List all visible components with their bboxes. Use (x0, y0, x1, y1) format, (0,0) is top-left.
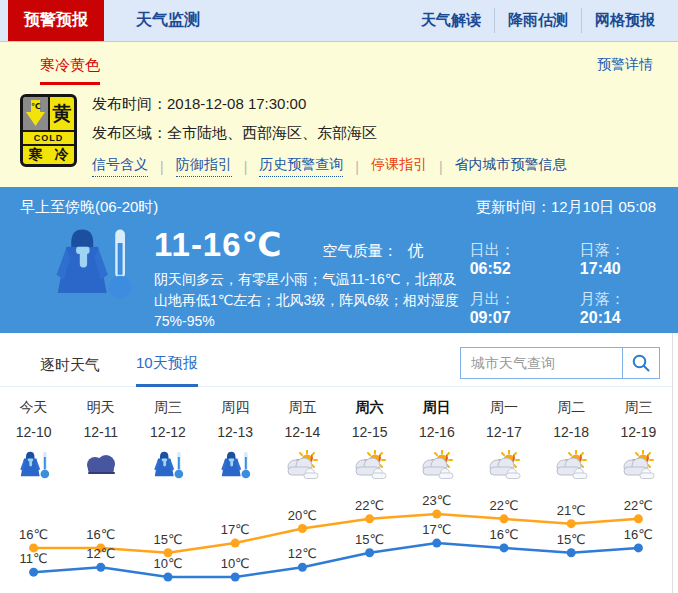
low-temp-label: 15℃ (355, 532, 384, 547)
day-name: 明天 (67, 396, 134, 420)
period-label: 早上至傍晚(06-20时) (20, 198, 158, 217)
weather-description: 阴天间多云，有零星小雨；气温11-16℃，北部及山地再低1℃左右；北风3级，阵风… (154, 269, 470, 332)
alert-links-row: 信号含义|防御指引|历史预警查询|停课指引|省内城市预警信息 (92, 156, 567, 177)
publish-region-label: 发布区域： (92, 124, 167, 141)
high-temp-point (634, 514, 643, 523)
high-temp-label: 23℃ (422, 493, 451, 508)
day-date: 12-15 (336, 420, 403, 445)
city-search-input[interactable] (460, 347, 622, 379)
low-temp-point (298, 563, 307, 572)
update-time-label: 更新时间： (476, 198, 551, 215)
forecast-day-column[interactable]: 周六12-15 (336, 396, 403, 485)
alert-link[interactable]: 防御指引 (176, 156, 232, 177)
day-date: 12-18 (538, 420, 605, 445)
day-name: 周六 (336, 396, 403, 420)
cold-yellow-warning-icon: ℃ 黄 COLD 寒 冷 (20, 94, 77, 167)
day-name: 周日 (403, 396, 470, 420)
low-temp-point (432, 539, 441, 548)
air-quality-label: 空气质量： (323, 242, 398, 259)
high-temp-point (567, 519, 576, 528)
nav-tab-warning-forecast[interactable]: 预警预报 (8, 0, 104, 41)
current-conditions-section: 早上至傍晚(06-20时) 更新时间：12月10日 05:08 11-16℃ 空… (0, 187, 678, 333)
day-date: 12-17 (470, 420, 537, 445)
divider: | (439, 159, 443, 175)
cold-coat-icon (48, 225, 136, 332)
high-temp-point (365, 514, 374, 523)
divider: | (244, 159, 248, 175)
nav-link[interactable]: 降雨估测 (494, 8, 581, 33)
forecast-day-column[interactable]: 周五12-14 (269, 396, 336, 485)
search-icon (631, 353, 651, 373)
low-temp-point (365, 548, 374, 557)
high-temp-label: 15℃ (153, 532, 182, 547)
forecast-day-column[interactable]: 今天12-10 (0, 396, 67, 485)
warning-cold-en-label: COLD (23, 132, 74, 146)
overcast-icon (67, 445, 134, 485)
high-temp-label: 21℃ (557, 503, 586, 518)
warning-cold-cn-label: 寒 冷 (23, 146, 74, 164)
nav-link[interactable]: 天气解读 (408, 8, 494, 33)
moonrise-label: 月出： (470, 290, 515, 307)
tab-10day-forecast[interactable]: 10天预报 (136, 354, 198, 387)
ten-day-grid: 今天12-10明天12-11周三12-12周四12-13周五12-14周六12-… (0, 396, 672, 485)
day-date: 12-13 (202, 420, 269, 445)
nav-tab-weather-monitor[interactable]: 天气监测 (120, 0, 216, 41)
low-temp-point (164, 572, 173, 581)
divider: | (160, 159, 164, 175)
forecast-day-column[interactable]: 明天12-11 (67, 396, 134, 485)
alert-detail-link[interactable]: 预警详情 (597, 56, 653, 74)
high-temp-label: 17℃ (221, 522, 250, 537)
temperature-chart: 16℃16℃15℃17℃20℃22℃23℃22℃21℃22℃11℃12℃10℃1… (0, 485, 672, 593)
high-temp-label: 16℃ (86, 527, 115, 542)
high-temp-label: 22℃ (489, 498, 518, 513)
forecast-day-column[interactable]: 周四12-13 (202, 396, 269, 485)
high-temp-point (432, 510, 441, 519)
day-name: 周三 (134, 396, 201, 420)
day-name: 周四 (202, 396, 269, 420)
low-temp-point (567, 548, 576, 557)
nav-links: 天气解读降雨估测网格预报 (408, 0, 678, 41)
day-name: 今天 (0, 396, 67, 420)
top-nav-bar: 预警预报 天气监测 天气解读降雨估测网格预报 (0, 0, 678, 42)
forecast-day-column[interactable]: 周三12-19 (605, 396, 672, 485)
partly-cloudy-icon (470, 445, 537, 485)
partly-cloudy-icon (336, 445, 403, 485)
alert-tab-cold-yellow[interactable]: 寒冷黄色 (40, 56, 100, 85)
cold-alert-section: 寒冷黄色 预警详情 ℃ 黄 COLD 寒 冷 发布时间：2018-12-08 1… (0, 42, 678, 187)
tab-hourly-weather[interactable]: 逐时天气 (40, 356, 100, 386)
low-temp-label: 17℃ (422, 522, 451, 537)
alert-link[interactable]: 停课指引 (371, 156, 427, 177)
svg-text:℃: ℃ (31, 102, 41, 111)
moonset-time: 月落：20:14 (580, 290, 654, 327)
forecast-day-column[interactable]: 周二12-18 (538, 396, 605, 485)
high-temp-label: 22℃ (355, 498, 384, 513)
sun-moon-times: 日出：06:52 日落：17:40 月出：09:07 月落：20:14 (470, 241, 654, 332)
chart-area: 16℃16℃15℃17℃20℃22℃23℃22℃21℃22℃11℃12℃10℃1… (0, 485, 672, 593)
alert-link[interactable]: 历史预警查询 (259, 156, 343, 177)
low-temp-point (231, 572, 240, 581)
low-temp-label: 11℃ (20, 551, 48, 566)
moonrise-value: 09:07 (470, 309, 511, 326)
partly-cloudy-icon (605, 445, 672, 485)
day-name: 周二 (538, 396, 605, 420)
low-temp-point (634, 543, 643, 552)
forecast-day-column[interactable]: 周一12-17 (470, 396, 537, 485)
search-button[interactable] (622, 347, 660, 379)
sunset-time: 日落：17:40 (580, 241, 654, 278)
day-name: 周三 (605, 396, 672, 420)
divider: | (355, 159, 359, 175)
alert-link[interactable]: 省内城市预警信息 (455, 156, 567, 177)
cold-coat-icon (134, 445, 201, 485)
forecast-day-column[interactable]: 周日12-16 (403, 396, 470, 485)
partly-cloudy-icon (538, 445, 605, 485)
high-temp-label: 20℃ (288, 508, 317, 523)
day-date: 12-16 (403, 420, 470, 445)
forecast-day-column[interactable]: 周三12-12 (134, 396, 201, 485)
sunset-value: 17:40 (580, 260, 621, 277)
moonrise-time: 月出：09:07 (470, 290, 544, 327)
nav-link[interactable]: 网格预报 (581, 8, 668, 33)
alert-link[interactable]: 信号含义 (92, 156, 148, 177)
moonset-label: 月落： (580, 290, 625, 307)
low-temp-label: 10℃ (153, 556, 182, 571)
forecast-section: 逐时天气 10天预报 今天12-10明天12-11周三12-12周四12-13周… (0, 333, 673, 593)
